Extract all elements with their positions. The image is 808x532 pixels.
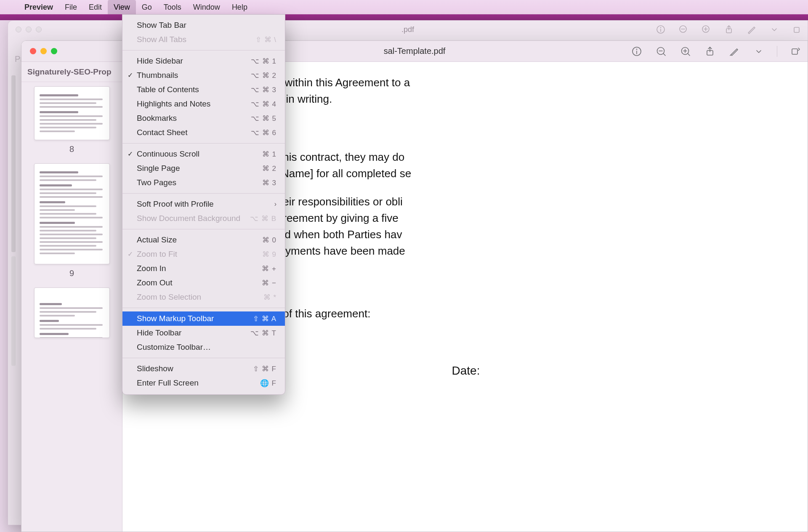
menu-single-page[interactable]: Single Page⌘ 2: [122, 161, 285, 176]
sidebar-title: Signaturely-SEO-Prop: [21, 62, 122, 82]
zoom-out-icon: [678, 24, 689, 35]
svg-rect-24: [792, 49, 797, 54]
menu-separator: [122, 229, 285, 229]
markup-icon: [746, 24, 757, 35]
check-icon: ✓: [128, 150, 133, 158]
page-thumbnail[interactable]: [34, 287, 110, 338]
zoom-in-icon: [701, 24, 712, 35]
menu-go[interactable]: Go: [136, 0, 158, 14]
menu-contact-sheet[interactable]: Contact Sheet⌥ ⌘ 6: [122, 125, 285, 140]
menu-hide-sidebar[interactable]: Hide Sidebar⌥ ⌘ 1: [122, 54, 285, 68]
svg-line-23: [730, 55, 731, 56]
menubar: Preview File Edit View Go Tools Window H…: [0, 0, 808, 14]
menu-separator: [122, 308, 285, 308]
menu-view[interactable]: View: [108, 0, 136, 14]
menu-customize-toolbar[interactable]: Customize Toolbar…: [122, 340, 285, 354]
thumbnail-sidebar: Signaturely-SEO-Prop 8: [21, 62, 122, 532]
menu-separator: [122, 143, 285, 144]
bg-toolbar: [655, 24, 803, 35]
rotate-icon[interactable]: [789, 45, 802, 58]
menu-zoom-in[interactable]: Zoom In⌘ +: [122, 261, 285, 276]
zoom-out-icon[interactable]: [655, 45, 667, 58]
chevron-down-icon[interactable]: [752, 45, 765, 58]
traffic-lights: [30, 48, 57, 54]
page-number: 8: [26, 144, 118, 154]
menu-thumbnails[interactable]: ✓Thumbnails⌥ ⌘ 2: [122, 68, 285, 82]
page-thumbnail[interactable]: [34, 163, 110, 264]
wallpaper: [0, 14, 808, 20]
info-icon: [655, 24, 666, 35]
menu-separator: [122, 50, 285, 51]
menu-enter-full-screen[interactable]: Enter Full Screen🌐 F: [122, 376, 285, 390]
menu-show-all-tabs: Show All Tabs⇧ ⌘ \: [122, 32, 285, 47]
menu-actual-size[interactable]: Actual Size⌘ 0: [122, 233, 285, 247]
menu-two-pages[interactable]: Two Pages⌘ 3: [122, 176, 285, 190]
share-icon[interactable]: [704, 45, 716, 58]
menu-slideshow[interactable]: Slideshow⇧ ⌘ F: [122, 362, 285, 376]
bg-traffic-lights: [16, 27, 42, 32]
menu-soft-proof[interactable]: Soft Proof with Profile›: [122, 197, 285, 211]
chevron-right-icon: ›: [274, 200, 276, 208]
svg-line-15: [663, 53, 665, 56]
menu-file[interactable]: File: [59, 0, 83, 14]
check-icon: ✓: [128, 71, 133, 79]
app-menu[interactable]: Preview: [19, 0, 59, 14]
menu-separator: [122, 358, 285, 358]
svg-point-13: [636, 48, 638, 50]
svg-point-2: [660, 27, 661, 28]
bg-sidebar-fragment-2: [11, 256, 16, 366]
menu-highlights-notes[interactable]: Highlights and Notes⌥ ⌘ 4: [122, 97, 285, 111]
bg-sidebar-fragment: [11, 75, 16, 252]
share-icon: [723, 24, 734, 35]
menu-separator: [122, 193, 285, 194]
toolbar: [630, 45, 802, 58]
menu-zoom-out[interactable]: Zoom Out⌘ −: [122, 276, 285, 290]
rotate-icon: [792, 24, 803, 35]
minimize-window-button[interactable]: [40, 48, 47, 54]
menu-help[interactable]: Help: [226, 0, 253, 14]
menu-show-doc-background: Show Document Background⌥ ⌘ B: [122, 211, 285, 226]
menu-edit[interactable]: Edit: [83, 0, 108, 14]
zoom-in-icon[interactable]: [679, 45, 692, 58]
menu-zoom-to-selection: Zoom to Selection⌘ *: [122, 290, 285, 304]
view-menu-dropdown: Show Tab Bar Show All Tabs⇧ ⌘ \ Hide Sid…: [122, 14, 285, 395]
check-icon: ✓: [128, 250, 133, 258]
svg-line-18: [688, 53, 690, 56]
toolbar-separator: [777, 46, 777, 57]
menu-table-of-contents[interactable]: Table of Contents⌥ ⌘ 3: [122, 82, 285, 97]
page-number: 9: [26, 269, 118, 278]
menu-tools[interactable]: Tools: [158, 0, 187, 14]
fullscreen-window-button[interactable]: [51, 48, 57, 54]
close-window-button[interactable]: [30, 48, 36, 54]
menu-zoom-to-fit: ✓Zoom to Fit⌘ 9: [122, 247, 285, 261]
info-icon[interactable]: [630, 45, 643, 58]
menu-hide-toolbar[interactable]: Hide Toolbar⌥ ⌘ T: [122, 326, 285, 340]
svg-rect-10: [794, 27, 799, 32]
chevron-down-icon: [769, 24, 780, 35]
menu-window[interactable]: Window: [187, 0, 226, 14]
markup-icon[interactable]: [728, 45, 741, 58]
menu-bookmarks[interactable]: Bookmarks⌥ ⌘ 5: [122, 111, 285, 125]
page-thumbnail[interactable]: [34, 86, 110, 140]
menu-continuous-scroll[interactable]: ✓Continuous Scroll⌘ 1: [122, 147, 285, 161]
menu-show-markup-toolbar[interactable]: Show Markup Toolbar⇧ ⌘ A: [122, 311, 285, 326]
menu-show-tab-bar[interactable]: Show Tab Bar: [122, 18, 285, 32]
